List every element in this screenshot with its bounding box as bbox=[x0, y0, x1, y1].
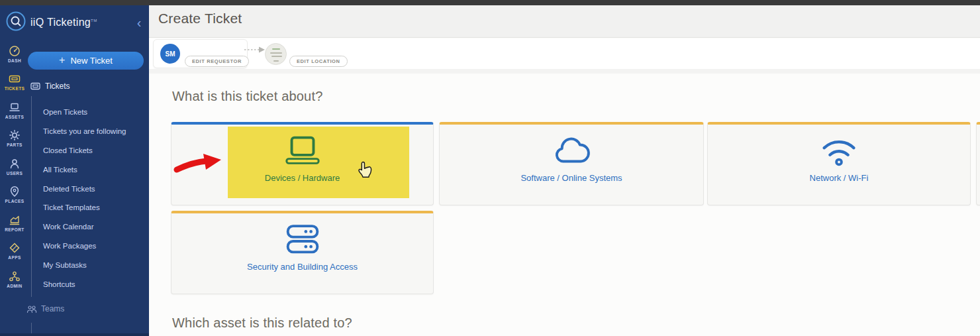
trademark-label: TM bbox=[91, 19, 97, 23]
location-avatar-art bbox=[270, 52, 282, 54]
rail-item-report[interactable]: REPORT bbox=[0, 209, 29, 237]
new-ticket-label: New Ticket bbox=[70, 56, 113, 66]
new-ticket-button[interactable]: + New Ticket bbox=[28, 52, 144, 70]
sidebar-logo-row: iiQ TicketingTM ‹ bbox=[0, 5, 149, 40]
dashed-arrow-icon bbox=[244, 46, 266, 54]
app-window: iiQ TicketingTM ‹ DASH TICKETS ASSETS PA… bbox=[0, 0, 980, 336]
rail-label: DASH bbox=[8, 58, 21, 63]
rail-item-apps[interactable]: APPS bbox=[0, 237, 29, 266]
sidebar-section-tickets[interactable]: Tickets bbox=[30, 82, 70, 91]
requestor-band: SM EDIT REQUESTOR EDIT LOCATION bbox=[149, 38, 980, 69]
sidebar-item-shortcuts[interactable]: Shortcuts bbox=[43, 274, 126, 294]
rail-item-dash[interactable]: DASH bbox=[0, 40, 29, 68]
iiq-logo-icon bbox=[5, 11, 26, 32]
rail-label: PARTS bbox=[7, 142, 23, 147]
location-avatar-art bbox=[273, 60, 279, 62]
apps-diamond-icon bbox=[9, 242, 21, 254]
question-ticket-about: What is this ticket about? bbox=[172, 89, 323, 104]
rail-item-parts[interactable]: PARTS bbox=[0, 125, 29, 153]
wifi-icon bbox=[818, 135, 859, 167]
sidebar: iiQ TicketingTM ‹ DASH TICKETS ASSETS PA… bbox=[0, 5, 149, 336]
location-avatar-art bbox=[272, 48, 280, 50]
plus-icon: + bbox=[59, 54, 65, 66]
map-pin-icon bbox=[9, 186, 21, 197]
dashboard-icon bbox=[9, 45, 21, 57]
page-title: Create Ticket bbox=[158, 11, 242, 27]
sidebar-item-deleted-tickets[interactable]: Deleted Tickets bbox=[43, 179, 126, 198]
ticket-icon bbox=[9, 73, 21, 85]
category-card-network-wifi[interactable]: Network / Wi-Fi bbox=[707, 122, 971, 205]
sidebar-item-work-calendar[interactable]: Work Calendar bbox=[43, 217, 126, 237]
card-label: Software / Online Systems bbox=[520, 173, 622, 183]
red-arrow-annotation bbox=[173, 152, 222, 175]
edit-requestor-button[interactable]: EDIT REQUESTOR bbox=[185, 56, 249, 67]
sidebar-bottom-strip bbox=[0, 333, 149, 336]
gear-icon bbox=[9, 129, 21, 141]
rail-label: ASSETS bbox=[5, 115, 24, 119]
sidebar-section-teams[interactable]: Teams bbox=[26, 304, 64, 313]
create-ticket-content: What is this ticket about? Devices / Har… bbox=[149, 69, 980, 336]
sidebar-item-tickets-following[interactable]: Tickets you are following bbox=[43, 122, 126, 141]
rail-item-places[interactable]: PLACES bbox=[0, 181, 29, 209]
section-label: Tickets bbox=[45, 82, 70, 91]
rail-label: APPS bbox=[8, 255, 21, 260]
user-icon bbox=[9, 158, 21, 170]
edit-location-button[interactable]: EDIT LOCATION bbox=[289, 56, 348, 67]
laptop-icon bbox=[9, 101, 21, 113]
sidebar-item-open-tickets[interactable]: Open Tickets bbox=[43, 103, 126, 122]
ticket-small-icon bbox=[30, 82, 40, 90]
menu-indent-line bbox=[31, 96, 32, 297]
app-title: iiQ TicketingTM bbox=[30, 17, 97, 28]
content-divider-strip bbox=[149, 69, 980, 74]
sidebar-item-work-packages[interactable]: Work Packages bbox=[43, 237, 126, 256]
rail-item-tickets[interactable]: TICKETS bbox=[0, 68, 29, 97]
page-header: Create Ticket bbox=[149, 5, 980, 38]
rail-label: TICKETS bbox=[5, 86, 25, 91]
category-card-software-online[interactable]: Software / Online Systems bbox=[439, 122, 704, 205]
admin-hierarchy-icon bbox=[9, 270, 21, 282]
hand-cursor-icon bbox=[357, 160, 373, 182]
rail-label: PLACES bbox=[5, 199, 24, 203]
sidebar-collapse-icon[interactable]: ‹ bbox=[133, 15, 145, 30]
rail-label: REPORT bbox=[5, 227, 24, 232]
icon-rail: DASH TICKETS ASSETS PARTS USERS PLACES bbox=[0, 40, 29, 294]
rail-item-users[interactable]: USERS bbox=[0, 152, 29, 181]
card-label: Devices / Hardware bbox=[265, 173, 340, 183]
sidebar-item-all-tickets[interactable]: All Tickets bbox=[43, 160, 126, 179]
rail-label: USERS bbox=[7, 171, 23, 176]
card-label: Security and Building Access bbox=[247, 262, 358, 272]
sidebar-item-closed-tickets[interactable]: Closed Tickets bbox=[43, 141, 126, 160]
teams-label: Teams bbox=[41, 304, 64, 313]
location-avatar-art bbox=[271, 56, 282, 57]
sidebar-item-ticket-templates[interactable]: Ticket Templates bbox=[43, 198, 126, 217]
cloud-icon bbox=[551, 135, 592, 167]
rail-item-assets[interactable]: ASSETS bbox=[0, 96, 29, 125]
rail-item-admin[interactable]: ADMIN bbox=[0, 265, 29, 294]
card-label: Network / Wi-Fi bbox=[810, 173, 869, 183]
requestor-avatar[interactable]: SM bbox=[160, 44, 180, 64]
window-top-bar bbox=[0, 0, 980, 5]
ticket-menu: Open Tickets Tickets you are following C… bbox=[43, 103, 126, 294]
question-related-asset: Which asset is this related to? bbox=[172, 315, 352, 331]
rail-label: ADMIN bbox=[7, 284, 22, 288]
laptop-icon bbox=[282, 135, 323, 167]
teams-people-icon bbox=[26, 305, 37, 313]
category-card-partial[interactable] bbox=[976, 122, 980, 205]
category-card-security-building[interactable]: Security and Building Access bbox=[171, 211, 434, 294]
sidebar-item-my-subtasks[interactable]: My Subtasks bbox=[43, 255, 126, 274]
location-avatar[interactable] bbox=[265, 43, 287, 65]
server-stack-icon bbox=[282, 224, 323, 256]
report-chart-icon bbox=[9, 214, 21, 226]
